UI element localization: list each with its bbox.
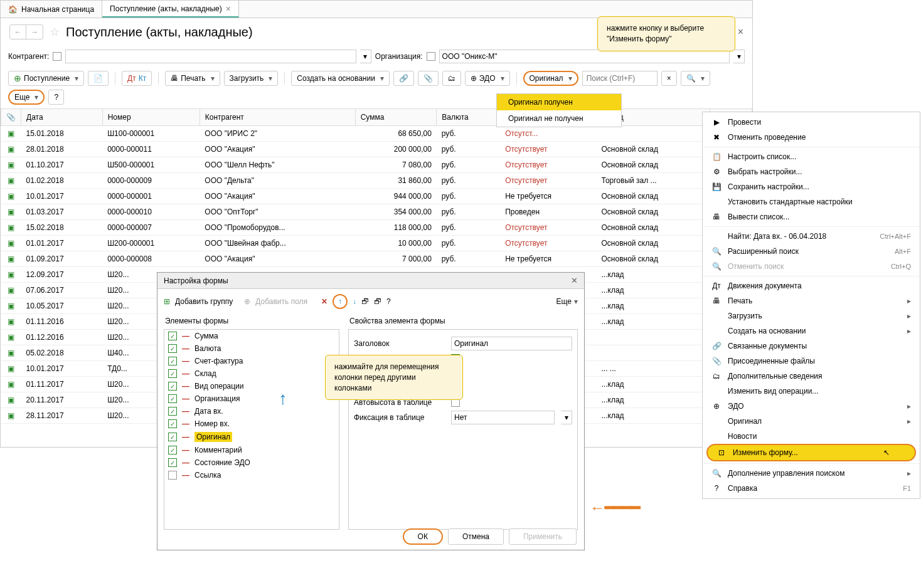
menu-item[interactable]: 🖶 Вывести список... [703,209,920,224]
menu-item[interactable]: Оригинал [703,414,920,429]
element-row[interactable]: ✓ — Комментарий [164,444,339,456]
menu-item[interactable]: Дт Движения документа [703,278,920,293]
element-checkbox[interactable]: ✓ [168,382,177,391]
contragent-filter-checkbox[interactable] [53,52,61,61]
nav-forward[interactable]: → [26,25,43,39]
edo-button[interactable]: ⊕ ЭДО [465,71,510,86]
org-filter-input[interactable] [439,50,730,63]
load-button[interactable]: Загрузить [224,71,279,86]
menu-item[interactable]: Найти: Дата вх. - 06.04.2018 Ctrl+Alt+F [703,229,920,244]
element-row[interactable]: ✓ — Счет-фактура [164,355,339,367]
contragent-filter-input[interactable] [65,50,356,63]
close-icon[interactable]: ✕ [571,276,578,285]
menu-item[interactable]: ? Справка F1 [703,481,920,496]
menu-item[interactable]: 🖶 Печать [703,293,920,308]
menu-item[interactable]: Установить стандартные настройки [703,194,920,209]
menu-item[interactable]: 📋 Настроить список... [703,149,920,164]
search-go[interactable]: 🔍 [681,71,710,86]
help-icon[interactable]: ? [386,297,391,306]
col-num[interactable]: Номер [102,109,200,126]
dialog-more-button[interactable]: Еще [556,297,578,306]
add-group-button[interactable]: Добавить группу [175,297,233,306]
menu-item[interactable]: 💾 Сохранить настройки... [703,179,920,194]
element-row[interactable]: ✓ — Состояние ЭДО [164,456,339,469]
table-row[interactable]: ▣ 01.09.2017 0000-000008 ООО "Акация" 7 … [1,251,752,267]
menu-item[interactable]: 🗂 Дополнительные сведения [703,369,920,384]
menu-item[interactable]: ✖ Отменить проведение [703,130,920,145]
original-received-item[interactable]: Оригинал получен [497,94,621,110]
original-not-received-item[interactable]: Оригинал не получен [497,110,621,127]
element-checkbox[interactable]: ✓ [168,458,177,467]
element-checkbox[interactable]: ✓ [168,369,177,378]
close-icon[interactable]: × [738,26,743,38]
element-row[interactable]: ✓ — Сумма [164,330,339,342]
dtkt-button[interactable]: ДтКт [122,71,152,86]
element-checkbox[interactable]: ✓ [168,433,177,441]
menu-item[interactable]: ⚙ Выбрать настройки... [703,164,920,179]
table-row[interactable]: ▣ 01.10.2017 Ш500-000001 ООО "Шелл Нефть… [1,157,752,173]
org-filter-checkbox[interactable] [427,52,435,61]
element-row[interactable]: ✓ — Склад [164,367,339,380]
element-row[interactable]: ✓ — Номер вх. [164,417,339,430]
prop-fixation-select[interactable] [451,411,555,424]
extra-button[interactable]: 🗂 [442,71,461,86]
element-checkbox[interactable]: ✓ [168,446,177,454]
search-input[interactable] [582,71,657,86]
favorite-icon[interactable]: ☆ [50,25,60,39]
element-row[interactable]: ✓ — Дата вх. [164,405,339,417]
tab-home[interactable]: 🏠 Начальная страница [1,1,102,18]
close-icon[interactable]: × [226,4,231,14]
menu-item[interactable]: 🔍 Расширенный поиск Alt+F [703,244,920,259]
element-row[interactable]: ✓ — Вид операции [164,380,339,392]
nav-back[interactable]: ← [10,25,26,39]
menu-item[interactable]: ⊕ ЭДО [703,399,920,414]
chevron-down-icon[interactable]: ▾ [733,50,745,63]
chevron-down-icon[interactable]: ▾ [360,50,371,63]
element-row[interactable]: ✓ — Оригинал [164,430,339,444]
menu-item[interactable]: Загрузить [703,308,920,323]
element-checkbox[interactable]: ✓ [168,357,177,365]
element-checkbox[interactable]: ✓ [168,407,177,416]
element-row[interactable]: — Ссылка [164,469,339,481]
menu-item[interactable]: Создать на основании [703,323,920,339]
tb-icon1[interactable]: 🗗 [361,297,369,306]
element-row[interactable]: ✓ — Валюта [164,342,339,355]
prop-title-input[interactable] [451,337,572,350]
table-row[interactable]: ▣ 28.01.2018 0000-000011 ООО "Акация" 20… [1,142,752,157]
col-date[interactable]: Дата [21,109,103,126]
more-button[interactable]: Еще [8,90,45,105]
menu-item[interactable]: ▶ Провести [703,115,920,130]
element-checkbox[interactable] [168,471,177,480]
col-contragent[interactable]: Контрагент [200,109,355,126]
menu-item[interactable]: ⊡ Изменить форму... ↖ [706,444,916,461]
menu-item[interactable]: 🔗 Связанные документы [703,339,920,354]
delete-icon[interactable]: ✕ [321,297,327,306]
element-checkbox[interactable]: ✓ [168,419,177,428]
element-checkbox[interactable]: ✓ [168,394,177,403]
move-down-button[interactable]: ↓ [353,297,356,306]
print-button[interactable]: 🖶 Печать [165,71,220,86]
ok-button[interactable]: ОК [403,528,443,545]
col-sum[interactable]: Сумма [355,109,437,126]
move-up-button[interactable]: ↑ [333,294,348,309]
element-checkbox[interactable]: ✓ [168,332,177,340]
chevron-down-icon[interactable]: ▾ [561,411,572,424]
table-row[interactable]: ▣ 10.01.2017 0000-000001 ООО "Акация" 94… [1,189,752,204]
table-row[interactable]: ▣ 01.02.2018 0000-000009 ООО "Дельта" 31… [1,173,752,189]
search-clear[interactable]: × [661,71,677,86]
menu-item[interactable]: 📎 Присоединенные файлы [703,354,920,369]
menu-item[interactable]: Изменить вид операции... [703,384,920,399]
col-attach[interactable]: 📎 [1,109,21,126]
tab-document[interactable]: Поступление (акты, накладные) × [102,1,239,18]
create-based-button[interactable]: Создать на основании [291,71,390,86]
element-checkbox[interactable]: ✓ [168,344,177,353]
cancel-button[interactable]: Отмена [448,528,504,545]
table-row[interactable]: ▣ 15.01.2018 Ш100-000001 ООО "ИРИС 2" 68… [1,126,752,142]
col-currency[interactable]: Валюта [437,109,500,126]
menu-item[interactable]: 🔍 Дополнение управления поиском [703,466,920,481]
original-button[interactable]: Оригинал [523,71,578,86]
table-row[interactable]: ▣ 01.01.2017 Ш200-000001 ООО "Швейная фа… [1,236,752,251]
add-button[interactable]: Поступление [8,71,84,86]
elements-list[interactable]: ✓ — Сумма✓ — Валюта✓ — Счет-фактура✓ — С… [164,329,339,530]
dialog-title-bar[interactable]: Настройка формы ✕ [157,273,584,289]
